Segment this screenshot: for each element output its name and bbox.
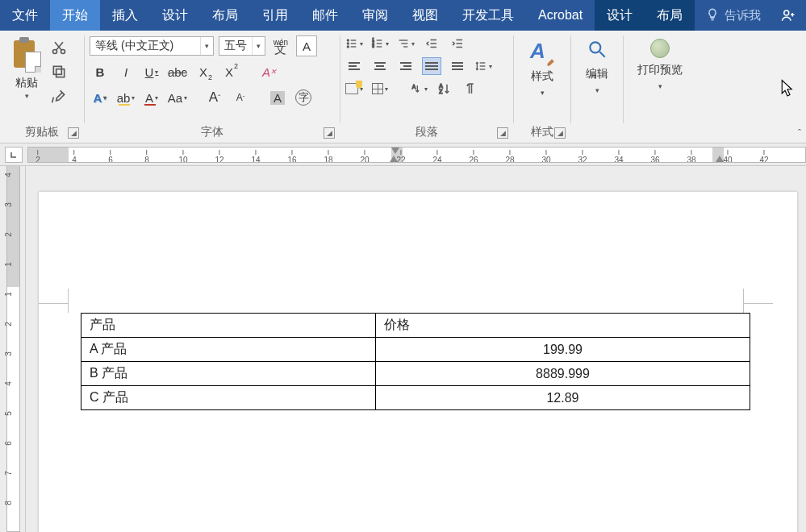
table-cell[interactable]: A 产品 xyxy=(81,338,376,362)
table-row[interactable]: C 产品12.89 xyxy=(81,386,750,410)
bold-button[interactable]: B xyxy=(90,61,111,82)
ruler-tick: 6 xyxy=(108,150,113,163)
chevron-down-icon[interactable]: ▾ xyxy=(541,89,545,97)
vertical-ruler[interactable]: 432112345678 xyxy=(0,166,26,532)
highlight-button[interactable]: ab▾ xyxy=(115,87,136,108)
ribbon: 粘贴 ▾ 剪贴板◢ xyxy=(0,31,806,143)
italic-button[interactable]: I xyxy=(115,61,136,82)
horizontal-ruler[interactable]: 24681012141618202224262830323436384042 xyxy=(0,143,806,166)
ruler-tick: 38 xyxy=(687,150,695,163)
styles-button[interactable]: A 样式 ▾ xyxy=(522,34,562,123)
shading-button[interactable]: ▾ xyxy=(345,81,363,97)
font-dialog-launcher[interactable]: ◢ xyxy=(324,127,335,139)
align-justify-button[interactable] xyxy=(423,58,441,74)
svg-point-32 xyxy=(590,42,600,52)
styles-label: 样式 xyxy=(531,69,553,84)
text-direction-button[interactable]: A▾ xyxy=(410,81,428,97)
align-left-button[interactable] xyxy=(345,58,363,74)
align-right-button[interactable] xyxy=(397,58,415,74)
cut-button[interactable] xyxy=(50,39,68,56)
table-cell[interactable]: B 产品 xyxy=(81,362,376,386)
table-cell[interactable]: C 产品 xyxy=(81,386,376,410)
text-effects-button[interactable]: A▾ xyxy=(90,87,111,108)
tab-home[interactable]: 开始 xyxy=(50,0,100,31)
ruler-tick: 1 xyxy=(4,259,13,270)
paste-button[interactable]: 粘贴 ▾ xyxy=(10,34,43,103)
character-border-button[interactable]: A xyxy=(296,35,317,56)
chevron-down-icon[interactable]: ▾ xyxy=(658,82,662,90)
tab-developer[interactable]: 开发工具 xyxy=(450,0,526,31)
font-color-button[interactable]: A▾ xyxy=(141,87,162,108)
tab-layout[interactable]: 布局 xyxy=(200,0,250,31)
collapse-ribbon-button[interactable]: ˆ xyxy=(798,128,801,139)
multilevel-list-button[interactable]: ▾ xyxy=(397,35,415,52)
table-header-cell[interactable]: 产品 xyxy=(81,314,376,338)
change-case-button[interactable]: Aa▾ xyxy=(167,87,188,108)
format-painter-button[interactable] xyxy=(50,87,68,105)
table-row[interactable]: A 产品199.99 xyxy=(81,338,750,362)
tab-table-layout[interactable]: 布局 xyxy=(645,0,695,31)
sort-button[interactable]: AZ xyxy=(436,81,453,97)
tab-insert[interactable]: 插入 xyxy=(100,0,150,31)
print-preview-button[interactable]: 打印预览 ▾ xyxy=(629,34,691,123)
bullets-button[interactable]: ▾ xyxy=(345,35,363,52)
edit-button[interactable]: 编辑 ▾ xyxy=(578,34,616,123)
chevron-down-icon[interactable]: ▾ xyxy=(200,37,213,55)
distributed-button[interactable] xyxy=(449,58,466,74)
menu-bar: 文件 开始 插入 设计 布局 引用 邮件 审阅 视图 开发工具 Acrobat … xyxy=(0,0,806,31)
chevron-down-icon[interactable]: ▾ xyxy=(252,37,265,55)
tab-view[interactable]: 视图 xyxy=(400,0,450,31)
document-page[interactable]: 产品价格A 产品199.99B 产品8889.999C 产品12.89 xyxy=(39,192,797,532)
styles-dialog-launcher[interactable]: ◢ xyxy=(554,127,566,139)
table-cell[interactable]: 8889.999 xyxy=(375,362,750,386)
tab-mail[interactable]: 邮件 xyxy=(300,0,350,31)
increase-indent-button[interactable] xyxy=(449,35,466,52)
paragraph-dialog-launcher[interactable]: ◢ xyxy=(497,127,508,139)
borders-button[interactable]: ▾ xyxy=(371,81,389,97)
decrease-indent-button[interactable] xyxy=(423,35,441,52)
font-size-value: 五号 xyxy=(219,39,252,53)
enclose-char-button[interactable]: 字 xyxy=(293,87,314,108)
phonetic-guide-button[interactable]: wén文 xyxy=(270,35,291,56)
align-center-button[interactable] xyxy=(371,58,389,74)
clipboard-dialog-launcher[interactable]: ◢ xyxy=(68,127,79,139)
tab-table-design[interactable]: 设计 xyxy=(595,0,645,31)
show-marks-button[interactable] xyxy=(461,81,479,97)
ruler-tick: 3 xyxy=(4,348,13,360)
subscript-button[interactable]: X2 xyxy=(193,61,214,82)
ruler-tick: 30 xyxy=(541,150,550,163)
document-table[interactable]: 产品价格A 产品199.99B 产品8889.999C 产品12.89 xyxy=(81,313,750,410)
shrink-font-button[interactable]: Aˇ xyxy=(230,87,251,108)
tab-file[interactable]: 文件 xyxy=(0,0,50,31)
strikethrough-button[interactable]: abc xyxy=(167,61,188,82)
tab-design[interactable]: 设计 xyxy=(150,0,200,31)
table-row[interactable]: B 产品8889.999 xyxy=(81,362,750,386)
table-header-cell[interactable]: 价格 xyxy=(375,314,750,338)
superscript-button[interactable]: X2 xyxy=(219,61,240,82)
font-size-combo[interactable]: 五号 ▾ xyxy=(219,36,265,56)
tab-acrobat[interactable]: Acrobat xyxy=(526,0,595,31)
tab-review[interactable]: 审阅 xyxy=(350,0,400,31)
share-button[interactable] xyxy=(771,0,806,31)
tell-me[interactable]: 告诉我 xyxy=(695,0,771,31)
svg-text:Z: Z xyxy=(439,89,442,94)
underline-button[interactable]: U▾ xyxy=(141,61,162,82)
table-cell[interactable]: 12.89 xyxy=(375,386,750,410)
ruler-tick: 8 xyxy=(4,497,13,509)
grow-font-button[interactable]: Aˆ xyxy=(204,87,225,108)
table-cell[interactable]: 199.99 xyxy=(375,338,750,362)
chevron-down-icon[interactable]: ▾ xyxy=(25,92,29,100)
line-spacing-button[interactable]: ▾ xyxy=(474,58,492,74)
tab-references[interactable]: 引用 xyxy=(250,0,300,31)
clear-formatting-button[interactable]: A✕ xyxy=(259,61,280,82)
numbering-button[interactable]: 123▾ xyxy=(371,35,389,52)
ruler-tick: 6 xyxy=(4,438,13,449)
copy-button[interactable] xyxy=(50,63,68,81)
tab-selector[interactable] xyxy=(5,147,23,163)
table-row[interactable]: 产品价格 xyxy=(81,314,750,338)
char-shading-button[interactable]: A xyxy=(267,87,288,108)
ruler-tick: 8 xyxy=(144,150,149,163)
font-name-combo[interactable]: 等线 (中文正文) ▾ xyxy=(90,36,214,56)
svg-point-5 xyxy=(347,39,349,41)
chevron-down-icon[interactable]: ▾ xyxy=(595,86,599,94)
